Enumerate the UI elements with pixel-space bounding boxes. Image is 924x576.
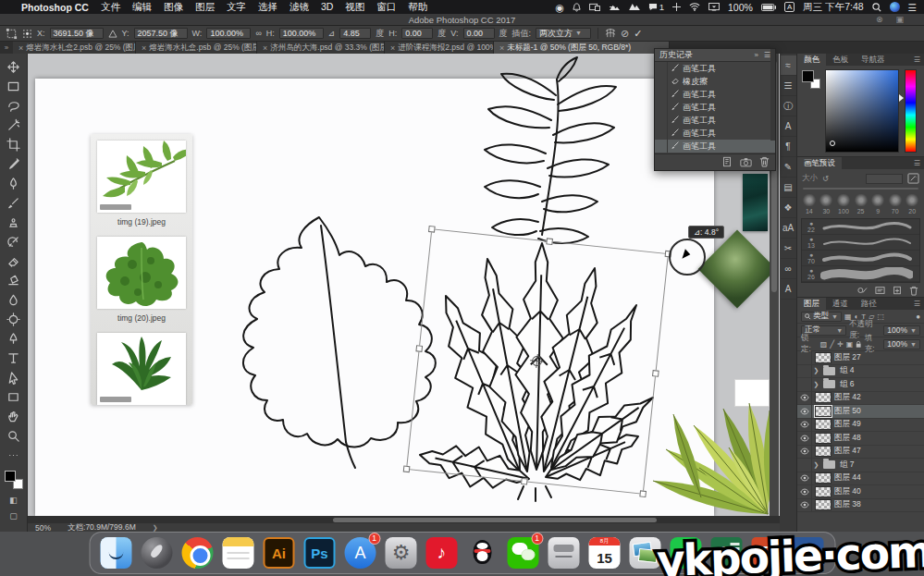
tab-close-icon[interactable]: ×	[263, 43, 267, 53]
reference-photo-1[interactable]	[97, 141, 186, 213]
layer-row-图层 38[interactable]: 图层 38	[797, 499, 924, 513]
app-menu-title[interactable]: Photoshop CC	[21, 2, 89, 13]
menu-文字[interactable]: 文字	[227, 1, 246, 14]
layer-name[interactable]: 图层 50	[834, 406, 861, 417]
zoom-tool[interactable]	[4, 426, 24, 446]
history-state-row[interactable]: 橡皮擦	[655, 75, 775, 88]
crop-tool[interactable]	[4, 135, 24, 154]
delta-icon[interactable]	[108, 30, 117, 38]
tab-channels[interactable]: 通道	[826, 298, 855, 310]
layer-row-图层 49[interactable]: 图层 49	[797, 419, 924, 433]
v-skew-input[interactable]: 0.00	[463, 28, 495, 39]
dock-photoshop[interactable]: Ps	[302, 536, 337, 570]
visibility-eye-toggle[interactable]	[797, 419, 812, 432]
history-scrollbar[interactable]	[770, 49, 775, 141]
history-state-row[interactable]: 画笔工具	[655, 127, 775, 140]
document-tab-2[interactable]: ×熔岩海水礼盒.psb @ 25% (图层 16, RGB/8...	[136, 42, 257, 54]
menubar-clock[interactable]: 周三 下午7:48	[803, 1, 863, 14]
layer-name[interactable]: 图层 48	[834, 433, 861, 444]
horizontal-scrollbar[interactable]	[28, 516, 780, 523]
layer-name[interactable]: 图层 49	[834, 419, 861, 430]
document-tab-5[interactable]: ×未标题-1 @ 50% (图层 50, RGB/8*)	[494, 42, 670, 54]
brush-size-input[interactable]	[866, 174, 903, 184]
group-expand-arrow-icon[interactable]: ❯	[812, 461, 820, 469]
rectangular-marquee-tool[interactable]	[4, 77, 24, 96]
color-picker-field[interactable]	[825, 69, 899, 153]
history-source-checkbox[interactable]	[655, 88, 668, 101]
menu-视图[interactable]: 视图	[345, 1, 364, 14]
clone-stamp-tool[interactable]	[4, 213, 24, 232]
brush-preset-thumb[interactable]: 14	[801, 194, 818, 214]
spotlight-search-icon[interactable]	[872, 3, 881, 12]
preview-toggle-icon[interactable]	[856, 286, 868, 298]
history-state-row[interactable]: 画笔工具	[655, 140, 775, 153]
titlebar-expand-icon[interactable]: ▣	[895, 15, 904, 24]
layer-name[interactable]: 图层 38	[834, 499, 861, 510]
dock-system-preferences[interactable]: ⚙	[384, 536, 418, 570]
dock-finder[interactable]	[99, 536, 133, 570]
menu-图像[interactable]: 图像	[164, 1, 183, 14]
dock-chrome[interactable]	[180, 536, 215, 570]
visibility-eye-toggle[interactable]	[797, 405, 812, 418]
spot-healing-brush-tool[interactable]	[4, 174, 24, 193]
layer-thumbnail[interactable]	[815, 392, 832, 403]
transform-reference-point[interactable]	[532, 355, 543, 366]
blur-tool[interactable]	[4, 290, 24, 310]
move-tool[interactable]	[4, 57, 24, 77]
interpolation-select[interactable]: 两次立方▼	[536, 28, 591, 39]
bell-icon[interactable]	[573, 3, 581, 12]
layer-name[interactable]: 图层 47	[834, 446, 861, 457]
tab-brush-presets[interactable]: 画笔预设	[797, 157, 842, 169]
history-source-checkbox[interactable]	[655, 101, 668, 114]
layer-name[interactable]: 组 4	[840, 365, 855, 376]
tab-layers[interactable]: 图层	[797, 298, 826, 310]
layer-row-图层 42[interactable]: 图层 42	[797, 392, 924, 406]
layer-thumbnail[interactable]	[815, 406, 832, 417]
lock-position-icon[interactable]: ✛	[837, 340, 844, 349]
layer-thumbnail[interactable]	[815, 352, 832, 363]
brush-stroke-row[interactable]: ●70	[802, 251, 919, 266]
tab-color[interactable]: 颜色	[797, 54, 826, 66]
transform-handle-s[interactable]	[521, 478, 528, 485]
layer-row-图层 47[interactable]: 图层 47	[797, 446, 924, 460]
panel-menu-icon[interactable]: ☰	[914, 298, 924, 310]
history-source-checkbox[interactable]	[655, 140, 668, 153]
brush-preset-thumb[interactable]: 20	[904, 194, 920, 214]
filter-toggle-icon[interactable]: ●	[916, 313, 920, 321]
quick-selection-tool[interactable]	[4, 116, 24, 135]
cancel-transform-icon[interactable]: ⊘	[621, 28, 629, 40]
dock-launchpad[interactable]	[140, 536, 174, 570]
height-input[interactable]: 100.00%	[279, 28, 324, 39]
layer-kind-filter[interactable]: 类型▼	[801, 312, 842, 322]
layer-thumbnail[interactable]	[815, 419, 832, 430]
input-method-badge[interactable]: A	[784, 2, 795, 12]
reference-point-grid-icon[interactable]	[22, 29, 32, 39]
dock-illustrator[interactable]: Ai	[262, 536, 296, 570]
tab-navigator[interactable]: 导航器	[855, 54, 892, 66]
dock-netease-music[interactable]: ♪	[425, 536, 459, 570]
dock-qq[interactable]	[465, 536, 499, 570]
brush-stroke-row[interactable]: ●13	[802, 235, 919, 251]
layer-row-图层 48[interactable]: 图层 48	[797, 432, 924, 446]
transform-handle-nw[interactable]	[428, 226, 436, 233]
new-document-from-state-icon[interactable]	[721, 156, 733, 167]
group-row-组 6[interactable]: ❯组 6	[797, 378, 924, 392]
visibility-eye-toggle[interactable]	[797, 378, 812, 391]
tab-swatches[interactable]: 色板	[826, 54, 855, 66]
tab-overflow-icon[interactable]: »	[0, 42, 13, 54]
visibility-eye-toggle[interactable]	[797, 351, 812, 364]
character-panel-icon[interactable]: A	[781, 116, 796, 137]
layer-row-图层 40[interactable]: 图层 40	[797, 485, 924, 499]
tool-presets-panel-icon[interactable]: ✎	[781, 157, 796, 178]
rectangle-shape-tool[interactable]	[4, 387, 24, 407]
visibility-eye-toggle[interactable]	[797, 365, 812, 378]
hand-tool[interactable]	[4, 407, 24, 426]
opacity-value[interactable]: 100%▼	[883, 325, 920, 336]
menu-选择[interactable]: 选择	[258, 1, 277, 14]
menu-3D[interactable]: 3D	[321, 1, 333, 14]
brush-stroke-row[interactable]: ●22	[802, 219, 919, 235]
open-preset-manager-icon[interactable]	[875, 286, 885, 298]
layer-row-图层 27[interactable]: 图层 27	[797, 351, 924, 365]
dock-calendar[interactable]: 8月15	[587, 536, 622, 570]
layer-row-图层 44[interactable]: 图层 44	[797, 472, 924, 486]
